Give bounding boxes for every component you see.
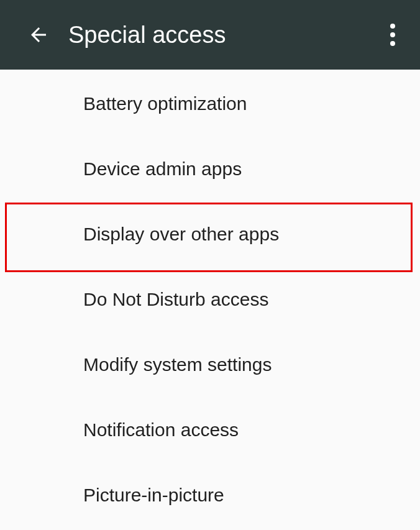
svg-point-1 — [390, 32, 395, 37]
list-item-modify-system-settings[interactable]: Modify system settings — [0, 332, 420, 397]
app-bar: Special access — [0, 0, 420, 70]
svg-point-0 — [390, 24, 395, 29]
svg-point-2 — [390, 41, 395, 46]
list-item-label: Notification access — [83, 419, 239, 441]
list-item-notification-access[interactable]: Notification access — [0, 397, 420, 462]
list-item-label: Picture-in-picture — [83, 485, 224, 506]
list-item-picture-in-picture[interactable]: Picture-in-picture — [0, 462, 420, 528]
list-item-label: Do Not Disturb access — [83, 289, 268, 310]
list-item-label: Modify system settings — [83, 354, 272, 375]
back-arrow-icon — [27, 24, 50, 46]
list-item-display-over-other-apps[interactable]: Display over other apps — [0, 201, 420, 267]
more-vert-icon — [390, 24, 395, 46]
settings-list: Battery optimization Device admin apps D… — [0, 70, 420, 528]
list-item-label: Display over other apps — [83, 224, 279, 245]
list-item-do-not-disturb-access[interactable]: Do Not Disturb access — [0, 267, 420, 332]
back-button[interactable] — [24, 20, 53, 50]
list-item-label: Device admin apps — [83, 158, 242, 180]
list-item-battery-optimization[interactable]: Battery optimization — [0, 71, 420, 136]
page-title: Special access — [68, 22, 226, 48]
overflow-menu-button[interactable] — [378, 20, 408, 50]
list-item-device-admin-apps[interactable]: Device admin apps — [0, 136, 420, 201]
list-item-label: Battery optimization — [83, 93, 247, 114]
